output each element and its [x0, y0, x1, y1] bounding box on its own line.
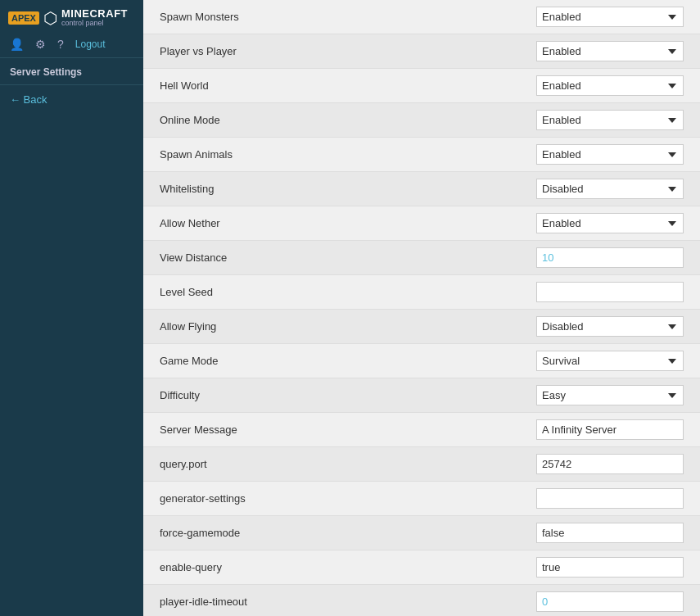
user-icon[interactable]: 👤	[10, 38, 24, 51]
settings-control: PeacefulEasyNormalHard	[405, 385, 684, 405]
settings-select-spawn-animals[interactable]: EnabledDisabled	[536, 144, 684, 165]
settings-select-difficulty[interactable]: PeacefulEasyNormalHard	[536, 385, 684, 405]
settings-control: EnabledDisabled	[405, 110, 684, 130]
settings-label: generator-settings	[160, 486, 405, 511]
settings-label: Spawn Monsters	[160, 4, 405, 29]
settings-label: Server Message	[160, 417, 405, 442]
settings-select-allow-nether[interactable]: EnabledDisabled	[536, 213, 684, 233]
settings-select-whitelisting[interactable]: EnabledDisabled	[536, 179, 684, 199]
settings-row: View Distance	[143, 241, 700, 275]
settings-select-hell-world[interactable]: EnabledDisabled	[536, 75, 684, 96]
settings-control: EnabledDisabled	[405, 316, 684, 337]
settings-row: force-gamemode	[143, 516, 700, 550]
settings-label: force-gamemode	[160, 520, 405, 546]
settings-select-game-mode[interactable]: SurvivalCreativeAdventureSpectator	[536, 351, 684, 371]
settings-row: Spawn MonstersEnabledDisabled	[143, 0, 700, 34]
settings-select-spawn-monsters[interactable]: EnabledDisabled	[536, 7, 684, 27]
settings-label: enable-query	[160, 555, 405, 580]
settings-label: Difficulty	[160, 383, 405, 408]
settings-input-server-message[interactable]	[536, 419, 684, 440]
settings-input-view-distance[interactable]	[536, 247, 684, 268]
settings-control	[405, 488, 684, 509]
help-icon[interactable]: ?	[57, 38, 64, 51]
sidebar: APEX ⬡ MINECRAFT control panel 👤 ⚙ ? Log…	[0, 0, 143, 616]
settings-input-player-idle-timeout[interactable]	[536, 591, 684, 612]
settings-control	[405, 523, 684, 543]
settings-input-force-gamemode[interactable]	[536, 523, 684, 543]
settings-label: Allow Nether	[160, 211, 405, 236]
settings-label: Game Mode	[160, 348, 405, 374]
settings-row: DifficultyPeacefulEasyNormalHard	[143, 378, 700, 413]
settings-control	[405, 454, 684, 474]
logout-link[interactable]: Logout	[75, 38, 106, 50]
settings-row: Player vs PlayerEnabledDisabled	[143, 34, 700, 69]
settings-label: Level Seed	[160, 279, 405, 305]
settings-label: Hell World	[160, 73, 405, 98]
settings-row: Allow FlyingEnabledDisabled	[143, 310, 700, 344]
settings-row: Spawn AnimalsEnabledDisabled	[143, 138, 700, 172]
settings-row: Online ModeEnabledDisabled	[143, 103, 700, 138]
settings-control	[405, 282, 684, 302]
sidebar-section-title: Server Settings	[0, 58, 143, 85]
settings-control: EnabledDisabled	[405, 179, 684, 199]
settings-control: EnabledDisabled	[405, 144, 684, 165]
settings-input-level-seed[interactable]	[536, 282, 684, 302]
sidebar-icons: 👤 ⚙ ? Logout	[0, 33, 143, 58]
settings-label: Allow Flying	[160, 314, 405, 339]
settings-row: player-idle-timeout	[143, 585, 700, 616]
cube-icon: ⬡	[43, 8, 57, 28]
settings-row: Game ModeSurvivalCreativeAdventureSpecta…	[143, 344, 700, 378]
settings-select-allow-flying[interactable]: EnabledDisabled	[536, 316, 684, 337]
settings-control	[405, 591, 684, 612]
gear-icon[interactable]: ⚙	[35, 38, 46, 51]
settings-row: Server Message	[143, 413, 700, 447]
settings-input-generator-settings[interactable]	[536, 488, 684, 509]
settings-label: View Distance	[160, 245, 405, 270]
settings-label: player-idle-timeout	[160, 589, 405, 614]
settings-row: enable-query	[143, 550, 700, 585]
main-content: Spawn MonstersEnabledDisabledPlayer vs P…	[143, 0, 700, 616]
settings-row: Allow NetherEnabledDisabled	[143, 206, 700, 241]
settings-select-online-mode[interactable]: EnabledDisabled	[536, 110, 684, 130]
minecraft-label: MINECRAFT	[61, 8, 128, 20]
settings-label: query.port	[160, 451, 405, 477]
settings-row: Hell WorldEnabledDisabled	[143, 69, 700, 103]
settings-input-query-port[interactable]	[536, 454, 684, 474]
settings-label: Player vs Player	[160, 38, 405, 64]
apex-logo-box: APEX	[8, 11, 39, 25]
settings-control	[405, 557, 684, 578]
settings-row: Level Seed	[143, 275, 700, 310]
sidebar-header: APEX ⬡ MINECRAFT control panel	[0, 0, 143, 33]
settings-container: Spawn MonstersEnabledDisabledPlayer vs P…	[143, 0, 700, 616]
control-panel-label: control panel	[61, 20, 128, 28]
settings-label: Whitelisting	[160, 176, 405, 202]
settings-row: query.port	[143, 447, 700, 482]
apex-logo: APEX ⬡ MINECRAFT control panel	[8, 8, 128, 28]
settings-control	[405, 247, 684, 268]
settings-control: EnabledDisabled	[405, 41, 684, 61]
settings-control: EnabledDisabled	[405, 75, 684, 96]
back-button[interactable]: ← Back	[0, 85, 143, 114]
apex-minecraft-text: MINECRAFT control panel	[61, 8, 128, 28]
settings-select-player-vs-player[interactable]: EnabledDisabled	[536, 41, 684, 61]
settings-control	[405, 419, 684, 440]
settings-control: EnabledDisabled	[405, 213, 684, 233]
settings-label: Online Mode	[160, 107, 405, 133]
settings-control: SurvivalCreativeAdventureSpectator	[405, 351, 684, 371]
settings-input-enable-query[interactable]	[536, 557, 684, 578]
settings-row: WhitelistingEnabledDisabled	[143, 172, 700, 206]
settings-control: EnabledDisabled	[405, 7, 684, 27]
settings-label: Spawn Animals	[160, 142, 405, 167]
settings-row: generator-settings	[143, 482, 700, 516]
